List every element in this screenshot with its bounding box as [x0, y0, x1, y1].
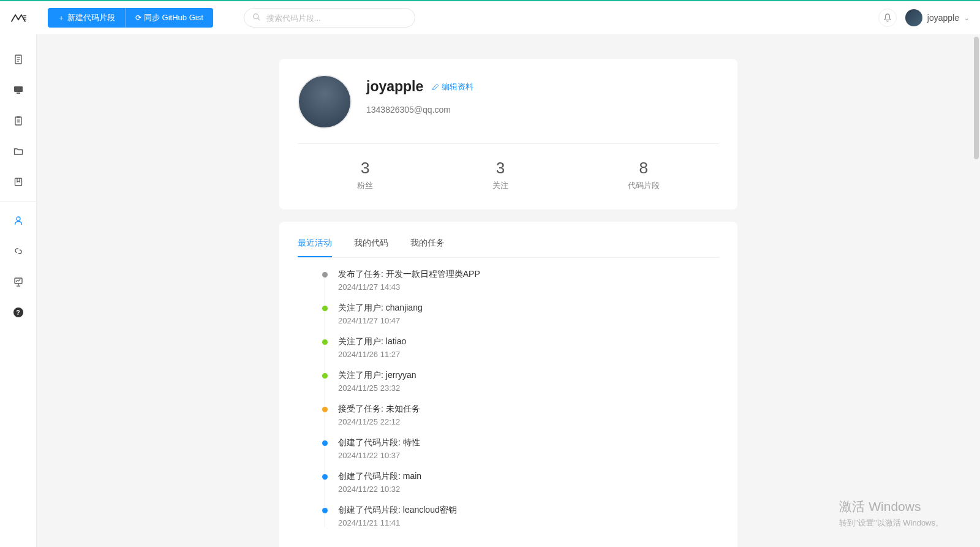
activity-title: 发布了任务: 开发一款日程管理类APP — [338, 269, 719, 280]
document-icon — [13, 55, 23, 64]
sidebar-item-folder[interactable] — [0, 136, 36, 167]
svg-point-16 — [17, 217, 20, 221]
timeline-item: 创建了代码片段: 特性2024/11/22 10:37 — [322, 437, 719, 460]
stats-row: 3粉丝3关注8代码片段 — [298, 144, 719, 191]
sidebar: ? — [0, 34, 37, 547]
monitor-icon — [13, 85, 23, 95]
svg-line-4 — [258, 18, 260, 20]
new-snippet-button[interactable]: ＋ 新建代码片段 — [48, 8, 126, 28]
new-snippet-label: 新建代码片段 — [67, 12, 115, 23]
timeline-dot — [322, 339, 328, 345]
edit-icon — [432, 83, 439, 91]
timeline-item: 发布了任务: 开发一款日程管理类APP2024/11/27 14:43 — [322, 269, 719, 292]
stat-number: 3 — [492, 159, 508, 178]
logo-icon — [10, 12, 26, 23]
timeline-dot — [322, 474, 328, 480]
watermark-title: 激活 Windows — [839, 498, 943, 515]
activity-timeline: 发布了任务: 开发一款日程管理类APP2024/11/27 14:43关注了用户… — [322, 269, 719, 527]
timeline-dot — [322, 440, 328, 446]
tabs: 最近活动我的代码我的任务 — [298, 238, 719, 258]
notifications-button[interactable] — [878, 9, 897, 27]
svg-rect-10 — [17, 92, 20, 94]
activity-title: 创建了代码片段: main — [338, 471, 719, 482]
user-menu[interactable]: joyapple ⌄ — [905, 9, 969, 26]
presentation-icon — [13, 277, 23, 287]
svg-rect-12 — [17, 116, 20, 118]
sidebar-item-bookmark[interactable] — [0, 167, 36, 197]
activity-time: 2024/11/22 10:37 — [338, 451, 719, 460]
stat-number: 3 — [357, 159, 373, 178]
sidebar-item-profile[interactable] — [0, 205, 36, 236]
logo[interactable] — [0, 1, 37, 34]
user-icon — [13, 216, 23, 225]
timeline-dot — [322, 373, 328, 379]
svg-rect-9 — [14, 86, 23, 92]
sidebar-item-presentation[interactable] — [0, 266, 36, 297]
svg-point-3 — [253, 14, 258, 19]
folder-icon — [13, 146, 23, 156]
help-icon: ? — [13, 307, 23, 317]
search-icon — [252, 13, 260, 23]
timeline-item: 关注了用户: jerryyan2024/11/25 23:32 — [322, 370, 719, 393]
profile-card: joyapple 编辑资料 1343826305@qq.com 3粉丝3关注8代… — [279, 59, 737, 209]
avatar-large — [298, 75, 352, 129]
stat-label: 代码片段 — [628, 180, 660, 191]
tab-我的代码[interactable]: 我的代码 — [354, 238, 388, 257]
edit-profile-link[interactable]: 编辑资料 — [432, 81, 473, 92]
stat-number: 8 — [628, 159, 660, 178]
stat-item[interactable]: 3粉丝 — [357, 159, 373, 191]
link-icon — [13, 246, 23, 256]
activity-title: 关注了用户: jerryyan — [338, 370, 719, 381]
header-right: joyapple ⌄ — [878, 9, 969, 27]
activity-title: 创建了代码片段: 特性 — [338, 437, 719, 448]
search-container — [244, 8, 415, 28]
timeline-item: 关注了用户: latiao2024/11/26 11:27 — [322, 336, 719, 359]
profile-info: joyapple 编辑资料 1343826305@qq.com — [366, 75, 473, 115]
activity-time: 2024/11/21 11:41 — [338, 518, 719, 527]
windows-activation-watermark: 激活 Windows 转到"设置"以激活 Windows。 — [839, 498, 943, 529]
stat-label: 粉丝 — [357, 180, 373, 191]
activity-time: 2024/11/26 11:27 — [338, 350, 719, 359]
stat-item[interactable]: 3关注 — [492, 159, 508, 191]
top-accent-bar — [0, 0, 980, 1]
tab-我的任务[interactable]: 我的任务 — [410, 238, 445, 257]
sync-gist-label: 同步 GitHub Gist — [144, 12, 203, 23]
plus-icon: ＋ — [58, 13, 65, 23]
timeline-dot — [322, 407, 328, 412]
activity-card: 最近活动我的代码我的任务 发布了任务: 开发一款日程管理类APP2024/11/… — [279, 222, 737, 547]
sidebar-item-monitor[interactable] — [0, 75, 36, 105]
svg-rect-11 — [15, 117, 21, 125]
sidebar-item-link[interactable] — [0, 236, 36, 266]
timeline-dot — [322, 306, 328, 311]
activity-time: 2024/11/27 10:47 — [338, 316, 719, 325]
activity-title: 关注了用户: chanjiang — [338, 303, 719, 314]
scrollbar[interactable] — [974, 37, 979, 159]
header-button-group: ＋ 新建代码片段 ⟳ 同步 GitHub Gist — [48, 8, 213, 28]
timeline-item: 创建了代码片段: leancloud密钥2024/11/21 11:41 — [322, 505, 719, 527]
stat-label: 关注 — [492, 180, 508, 191]
activity-time: 2024/11/25 23:32 — [338, 383, 719, 393]
tab-最近活动[interactable]: 最近活动 — [298, 238, 332, 257]
app-header: ＋ 新建代码片段 ⟳ 同步 GitHub Gist joyapple ⌄ — [0, 1, 980, 34]
search-input[interactable] — [244, 8, 415, 28]
stat-item[interactable]: 8代码片段 — [628, 159, 660, 191]
username-row: joyapple 编辑资料 — [366, 78, 473, 95]
timeline-item: 接受了任务: 未知任务2024/11/25 22:12 — [322, 404, 719, 426]
clipboard-icon — [13, 116, 23, 126]
main-content: joyapple 编辑资料 1343826305@qq.com 3粉丝3关注8代… — [37, 34, 980, 547]
sync-gist-button[interactable]: ⟳ 同步 GitHub Gist — [126, 8, 213, 28]
timeline-item: 创建了代码片段: main2024/11/22 10:32 — [322, 471, 719, 494]
sidebar-item-clipboard[interactable] — [0, 105, 36, 136]
activity-title: 创建了代码片段: leancloud密钥 — [338, 505, 719, 516]
activity-title: 关注了用户: latiao — [338, 336, 719, 347]
bell-icon — [883, 13, 892, 22]
sidebar-item-help[interactable]: ? — [0, 297, 36, 328]
timeline-item: 关注了用户: chanjiang2024/11/27 10:47 — [322, 303, 719, 325]
header-username: joyapple — [927, 13, 959, 23]
sidebar-item-document[interactable] — [0, 44, 36, 75]
timeline-dot — [322, 272, 328, 277]
chevron-down-icon: ⌄ — [964, 15, 969, 21]
avatar-small — [905, 9, 922, 26]
watermark-subtitle: 转到"设置"以激活 Windows。 — [839, 518, 943, 529]
profile-header: joyapple 编辑资料 1343826305@qq.com — [298, 75, 719, 144]
